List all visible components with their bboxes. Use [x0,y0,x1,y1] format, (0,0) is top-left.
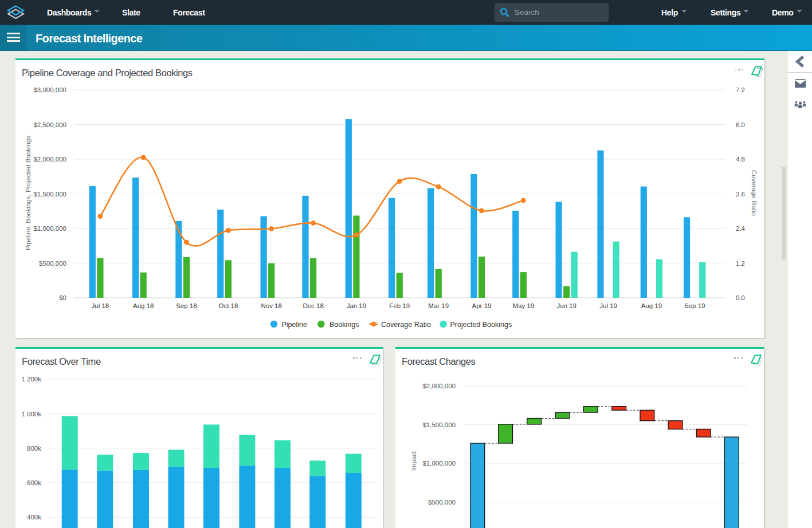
svg-text:Feb 19: Feb 19 [389,302,410,309]
svg-text:Pipeline: Pipeline [282,321,308,329]
svg-text:800k: 800k [27,445,41,452]
svg-text:2.4: 2.4 [736,225,746,232]
svg-text:$500,000: $500,000 [428,499,456,506]
svg-text:Pipeline, Bookings, Projected: Pipeline, Bookings, Projected Bookings [25,136,32,250]
svg-text:1 200k: 1 200k [21,376,41,383]
svg-text:3.6: 3.6 [736,191,745,198]
svg-text:Aug 19: Aug 19 [641,302,662,309]
svg-text:Mar 19: Mar 19 [428,302,449,309]
svg-text:Impact: Impact [410,451,417,471]
svg-text:Bookings: Bookings [329,321,359,329]
svg-text:Jun 19: Jun 19 [556,302,576,309]
svg-text:$0: $0 [59,294,66,301]
svg-text:$1,500,000: $1,500,000 [422,421,456,428]
svg-text:Jan 19: Jan 19 [347,302,367,309]
svg-text:Jul 19: Jul 19 [599,302,617,309]
svg-text:Apr 19: Apr 19 [472,302,492,309]
svg-text:$1,500,000: $1,500,000 [33,191,66,198]
svg-text:1.2: 1.2 [736,260,745,267]
svg-text:7.2: 7.2 [736,86,745,93]
svg-text:Aug 18: Aug 18 [133,302,154,309]
svg-text:May 19: May 19 [513,302,535,309]
svg-text:$3,000,000: $3,000,000 [33,86,66,93]
svg-text:Sep 19: Sep 19 [684,302,705,309]
svg-text:Jul 18: Jul 18 [92,302,109,309]
svg-text:$2,500,000: $2,500,000 [33,121,66,128]
svg-text:$1,000,000: $1,000,000 [33,225,66,232]
svg-text:$1,000,000: $1,000,000 [422,460,456,467]
svg-text:Oct 18: Oct 18 [218,302,238,309]
svg-text:0.0: 0.0 [736,294,745,301]
svg-text:6.0: 6.0 [736,121,745,128]
svg-text:$500,000: $500,000 [39,260,66,267]
svg-text:Dec 18: Dec 18 [303,302,323,309]
svg-text:4.8: 4.8 [736,156,745,163]
svg-text:400k: 400k [27,514,41,521]
svg-text:1 000k: 1 000k [21,411,41,417]
svg-text:Projected Bookings: Projected Bookings [450,321,512,329]
svg-text:Coverage Ratio: Coverage Ratio [751,170,758,216]
svg-text:Coverage Ratio: Coverage Ratio [381,321,431,329]
svg-text:$2,000,000: $2,000,000 [422,383,456,389]
svg-text:Nov 18: Nov 18 [261,302,281,309]
svg-text:$2,000,000: $2,000,000 [33,156,66,163]
svg-text:Sep 18: Sep 18 [176,302,197,309]
svg-text:600k: 600k [27,479,41,486]
